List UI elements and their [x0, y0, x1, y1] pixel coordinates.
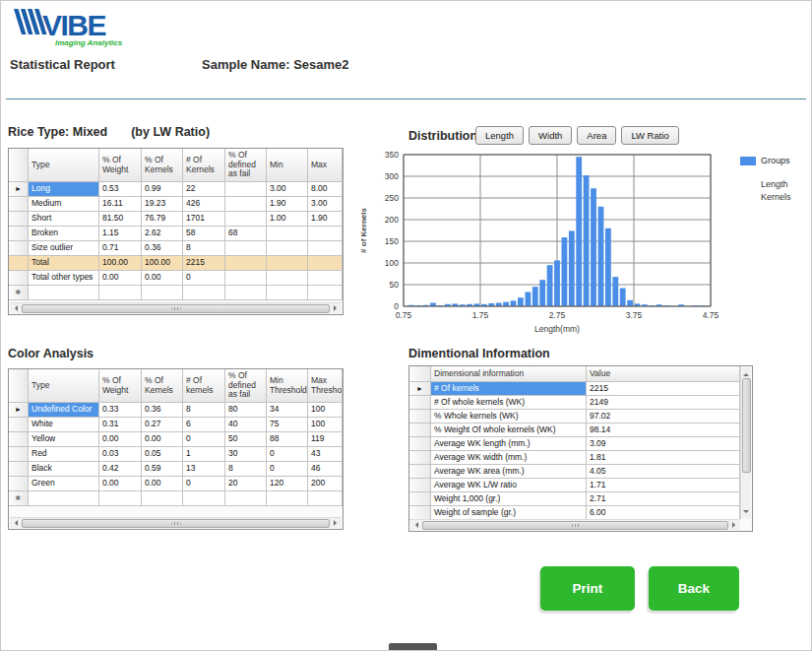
cell[interactable] [308, 241, 343, 256]
cell[interactable]: 0.00 [99, 271, 142, 286]
cell[interactable]: Weight 1,000 (gr.) [431, 492, 587, 506]
cell[interactable]: 1.90 [267, 197, 308, 212]
row-header[interactable]: ► [9, 182, 29, 197]
cell[interactable]: 8 [183, 241, 225, 256]
column-header[interactable]: Max [308, 149, 343, 182]
row-header[interactable] [409, 479, 431, 492]
scrollbar-thumb[interactable] [422, 521, 728, 530]
cell[interactable]: % Whole kernels (WK) [431, 410, 587, 423]
cell[interactable]: Undefined Color [29, 403, 99, 418]
row-header[interactable]: ✱ [9, 491, 29, 506]
column-header[interactable]: Dimensional information [431, 366, 587, 382]
cell[interactable]: 3.09 [587, 437, 740, 451]
cell[interactable]: 100 [308, 418, 343, 432]
grid-corner-header[interactable] [9, 369, 29, 403]
cell[interactable]: 8 [225, 462, 267, 477]
cell[interactable]: Average WK width (mm.) [431, 451, 587, 465]
cell[interactable] [29, 286, 99, 300]
scroll-down-arrow-icon[interactable] [743, 510, 749, 516]
cell[interactable]: White [29, 418, 99, 432]
cell[interactable]: 22 [183, 182, 225, 197]
width-button[interactable]: Width [529, 126, 572, 145]
cell[interactable]: 2215 [587, 382, 740, 396]
cell[interactable]: 200 [308, 477, 343, 491]
cell[interactable]: 2215 [183, 256, 225, 271]
cell[interactable]: Red [29, 447, 99, 462]
scrollbar-thumb[interactable] [22, 519, 330, 528]
dimensional-table-v-scrollbar[interactable] [740, 367, 751, 519]
row-header[interactable] [9, 418, 29, 432]
scroll-left-arrow-icon[interactable] [10, 303, 22, 314]
cell[interactable] [142, 286, 183, 300]
cell[interactable]: 0.53 [99, 182, 142, 197]
cell[interactable]: 43 [308, 447, 343, 462]
cell[interactable]: 40 [225, 418, 267, 432]
grid-corner-header[interactable] [9, 149, 29, 182]
print-button[interactable]: Print [540, 566, 635, 611]
row-header[interactable] [9, 477, 29, 491]
cell[interactable]: 0.71 [99, 241, 142, 256]
cell[interactable]: Total other types [29, 271, 99, 286]
cell[interactable]: 2.62 [142, 227, 183, 241]
cell[interactable]: 0.31 [99, 418, 142, 432]
column-header[interactable]: % Of Weight [99, 369, 142, 403]
cell[interactable]: 1.90 [308, 212, 343, 227]
cell[interactable]: 19.23 [142, 197, 183, 212]
column-header[interactable]: % Of Kernels [142, 149, 183, 182]
cell[interactable]: 0 [183, 477, 225, 491]
row-header[interactable] [9, 197, 29, 212]
cell[interactable]: 16.11 [99, 197, 142, 212]
cell[interactable] [29, 491, 99, 506]
color-analysis-table[interactable]: Type% Of Weight% Of Kernels# Of kernels%… [8, 368, 344, 530]
column-header[interactable]: % Of Kernels [142, 369, 183, 403]
cell[interactable]: Total [29, 256, 99, 271]
area-button[interactable]: Area [577, 126, 616, 145]
cell[interactable]: 76.79 [142, 212, 183, 227]
cell[interactable] [267, 491, 308, 506]
cell[interactable]: Average WK area (mm.) [431, 465, 587, 479]
lw-ratio-button[interactable]: LW Ratio [621, 126, 678, 145]
cell[interactable] [267, 286, 308, 300]
cell[interactable]: 0.27 [142, 418, 183, 432]
cell[interactable]: Average WK L/W ratio [431, 479, 587, 492]
cell[interactable]: 3.00 [308, 197, 343, 212]
column-header[interactable]: Min [267, 149, 308, 182]
cell[interactable]: 0 [267, 462, 308, 477]
column-header[interactable]: Min Threshold [267, 369, 308, 403]
column-header[interactable]: Type [29, 369, 99, 403]
scroll-right-arrow-icon[interactable] [330, 518, 342, 529]
cell[interactable]: 0.99 [142, 182, 183, 197]
cell[interactable]: 97.02 [587, 410, 740, 423]
cell[interactable]: 6.00 [587, 506, 740, 520]
cell[interactable]: 58 [183, 227, 225, 241]
cell[interactable]: 46 [308, 462, 343, 477]
rice-table-h-scrollbar[interactable] [10, 302, 342, 313]
column-header[interactable]: Max Threshold [308, 369, 343, 403]
cell[interactable]: 3.00 [267, 182, 308, 197]
cell[interactable]: 0.03 [99, 447, 142, 462]
cell[interactable]: Short [29, 212, 99, 227]
cell[interactable]: 98.14 [587, 423, 740, 437]
cell[interactable]: 100.00 [99, 256, 142, 271]
column-header[interactable]: # Of kernels [183, 369, 225, 403]
cell[interactable]: 0.33 [99, 403, 142, 418]
row-header[interactable] [409, 437, 431, 451]
cell[interactable]: % Weight Of whole kernels (WK) [431, 423, 587, 437]
cell[interactable]: 0.42 [99, 462, 142, 477]
cell[interactable]: 0.36 [142, 241, 183, 256]
cell[interactable] [183, 491, 225, 506]
cell[interactable]: Black [29, 462, 99, 477]
cell[interactable] [183, 286, 225, 300]
cell[interactable]: 8 [183, 403, 225, 418]
row-header[interactable] [9, 256, 29, 271]
cell[interactable]: 120 [267, 477, 308, 491]
cell[interactable] [99, 491, 142, 506]
row-header[interactable] [409, 506, 431, 520]
row-header[interactable] [9, 227, 29, 241]
cell[interactable]: 0.00 [142, 432, 183, 447]
row-header[interactable] [9, 447, 29, 462]
row-header[interactable] [9, 241, 29, 256]
scroll-left-arrow-icon[interactable] [10, 518, 22, 529]
cell[interactable] [99, 286, 142, 300]
cell[interactable]: Size outlier [29, 241, 99, 256]
